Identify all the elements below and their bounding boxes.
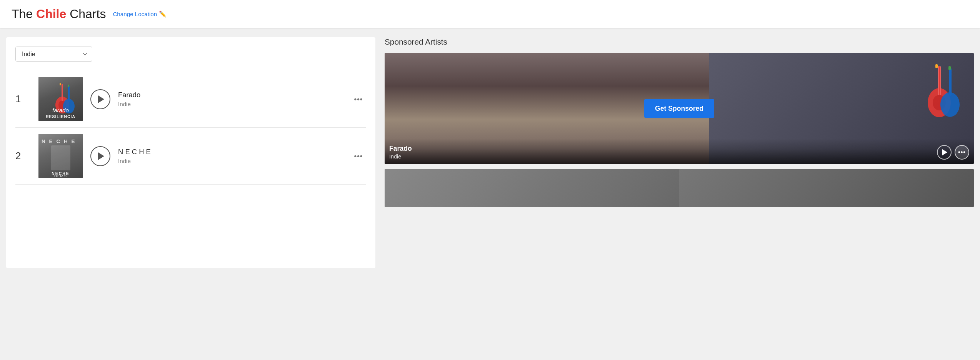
pencil-icon: ✏️	[159, 10, 167, 18]
sponsored-title: Sponsored Artists	[385, 37, 974, 47]
genre-select[interactable]: All Indie Pop Rock Electronic Jazz Class…	[15, 47, 92, 62]
play-triangle-icon	[98, 152, 104, 160]
get-sponsored-button[interactable]: Get Sponsored	[644, 99, 714, 118]
sponsored-card-actions: •••	[937, 145, 969, 160]
header: The Chile Charts Change Location ✏️	[0, 0, 980, 28]
title-suffix: Charts	[66, 7, 106, 21]
track-name-2: N E C H E	[118, 148, 343, 156]
svg-rect-15	[948, 66, 951, 70]
change-location-link[interactable]: Change Location ✏️	[113, 10, 167, 18]
svg-rect-13	[949, 68, 952, 96]
sponsored-more-button[interactable]: •••	[955, 145, 969, 160]
play-icon	[942, 149, 947, 155]
album-neche-inner: N E C H E NECHE Demo	[38, 134, 83, 178]
charts-panel: All Indie Pop Rock Electronic Jazz Class…	[6, 37, 375, 268]
more-button-2[interactable]: •••	[351, 148, 366, 164]
more-button-1[interactable]: •••	[351, 92, 366, 107]
change-location-label: Change Location	[113, 11, 157, 17]
sponsored-card-image-1: Get Sponsored Farado Indie •••	[385, 53, 974, 164]
main-container: All Indie Pop Rock Electronic Jazz Class…	[0, 28, 980, 268]
play-button-1[interactable]	[90, 89, 110, 109]
neche-name-overlay: N E C H E	[42, 138, 76, 144]
track-name-1: Farado	[118, 91, 343, 99]
track-genre-1: Indie	[118, 101, 343, 107]
title-highlight: Chile	[36, 7, 66, 21]
sponsored-card-overlay: Farado Indie •••	[385, 138, 974, 164]
sponsored-card-1[interactable]: Get Sponsored Farado Indie •••	[385, 53, 974, 164]
page-title: The Chile Charts	[12, 7, 106, 21]
sponsored-card-genre: Indie	[389, 153, 412, 160]
album-farado-inner: farado Resiliencia	[38, 77, 83, 121]
title-prefix: The	[12, 7, 36, 21]
album-farado-name: farado	[38, 107, 83, 113]
table-row: 1	[15, 71, 366, 128]
album-art: N E C H E NECHE Demo	[38, 134, 83, 178]
play-button-2[interactable]	[90, 146, 110, 166]
svg-rect-14	[935, 64, 938, 68]
neche-figure	[51, 145, 70, 170]
svg-point-12	[940, 92, 960, 117]
rank-number: 1	[15, 93, 31, 105]
svg-rect-2	[62, 84, 63, 101]
sponsored-play-button[interactable]	[937, 145, 952, 160]
svg-rect-5	[60, 83, 61, 85]
table-row: 2 N E C H E NECHE Demo N E C H E Indie •…	[15, 128, 366, 185]
track-info-2: N E C H E Indie	[118, 148, 343, 164]
track-genre-2: Indie	[118, 158, 343, 164]
sponsored-card-name: Farado	[389, 145, 412, 153]
sponsored-panel: Sponsored Artists	[375, 37, 980, 268]
album-art: farado Resiliencia	[38, 77, 83, 121]
rank-number: 2	[15, 150, 31, 162]
track-info-1: Farado Indie	[118, 91, 343, 107]
genre-select-wrapper: All Indie Pop Rock Electronic Jazz Class…	[15, 47, 366, 62]
svg-rect-6	[68, 85, 69, 87]
card2-face-left	[385, 169, 709, 207]
svg-rect-4	[68, 86, 70, 102]
sponsored-card-2[interactable]	[385, 169, 974, 207]
sponsored-card-info: Farado Indie	[389, 145, 412, 160]
card2-face-right	[679, 169, 974, 207]
sponsored-card-image-2	[385, 169, 974, 207]
album-farado-label: Resiliencia	[38, 115, 83, 119]
sponsor-guitar-icon	[916, 60, 966, 118]
album-neche-sublabel: Demo	[38, 174, 83, 178]
play-triangle-icon	[98, 95, 104, 103]
